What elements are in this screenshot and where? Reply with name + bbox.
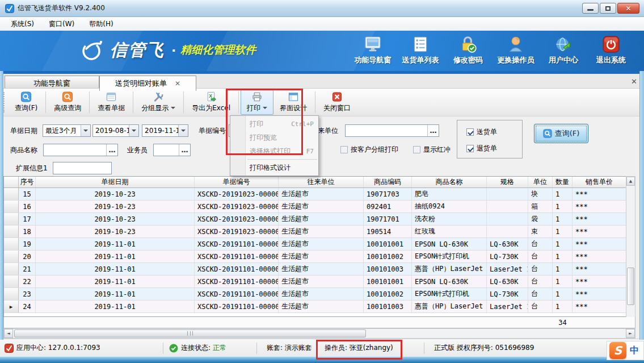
query-button[interactable]: 查询(F)	[9, 90, 44, 115]
product-input[interactable]	[44, 144, 106, 156]
date-range-select[interactable]: 最近3个月	[43, 124, 91, 137]
cell-product-name: 红玫瑰	[412, 226, 487, 237]
row-selector-cell[interactable]	[4, 213, 19, 225]
cell-customer: 生活超市	[279, 238, 364, 250]
return-checkbox[interactable]: 退货单	[466, 144, 497, 153]
table-row[interactable]: 23 2019-11-01 XSCKD-20191101-000002 生活超市…	[4, 288, 635, 301]
table-row[interactable]: 19 2019-11-01 XSCKD-20191101-000001 生活超市…	[4, 238, 635, 251]
grid-header-cell[interactable]: 规格	[487, 177, 528, 187]
delivery-checkbox[interactable]: 送货单	[466, 127, 497, 137]
grid-header-cell[interactable]: 商品编码	[364, 177, 412, 187]
view-document-button[interactable]: 查看单据	[91, 90, 131, 115]
row-selector-cell[interactable]	[4, 238, 19, 250]
grid-header-cell[interactable]: 单据日期	[36, 177, 195, 187]
cell-spec: LQ-730K	[487, 288, 528, 300]
table-row[interactable]: 15 2019-10-23 XSCKD-20191023-000003 生活超市…	[4, 188, 635, 201]
table-row[interactable]: 20 2019-11-01 XSCKD-20191101-000001 生活超市…	[4, 251, 635, 263]
table-row[interactable]: 18 2019-10-23 XSCKD-20191023-000003 生活超市…	[4, 226, 635, 238]
grid-header-cell[interactable]: 序号	[19, 177, 36, 187]
cell-product-name: EPSON针式打印机	[412, 251, 487, 262]
group-display-button[interactable]: 分组显示	[135, 90, 182, 115]
table-row[interactable]: ▶ 24 2019-11-01 XSCKD-20191101-000002 生活…	[4, 301, 635, 313]
tab-close-icon[interactable]: ✕	[175, 80, 180, 87]
table-row[interactable]: 22 2019-11-01 XSCKD-20191101-000002 生活超市…	[4, 276, 635, 288]
horizontal-scroll-thumb[interactable]	[14, 329, 366, 337]
vertical-scrollbar[interactable]: ▲ ▼	[626, 176, 635, 328]
print-button[interactable]: 打印	[241, 90, 273, 115]
ext-info-input[interactable]	[53, 162, 112, 174]
table-row[interactable]: 17 2019-10-23 XSCKD-20191023-000003 生活超市…	[4, 213, 635, 226]
banner-action-change-password[interactable]: 修改密码	[444, 35, 492, 65]
tabstrip-close-icon[interactable]: ✕	[631, 77, 637, 86]
table-row[interactable]: 21 2019-11-01 XSCKD-20191101-000001 生活超市…	[4, 263, 635, 276]
chevron-down-icon[interactable]	[171, 107, 175, 109]
combo-button[interactable]	[178, 125, 188, 136]
toolbar-label: 界面设计	[280, 103, 307, 113]
chevron-down-icon[interactable]	[263, 107, 267, 109]
horizontal-scrollbar[interactable]: ◄ ►	[3, 328, 635, 339]
sogou-ime-icon[interactable]: S	[609, 342, 626, 359]
salesman-lookup-button[interactable]: …	[179, 144, 190, 156]
row-selector-cell[interactable]	[4, 288, 19, 300]
show-red-checkbox[interactable]: 显示红冲	[413, 145, 451, 155]
tab-delivery-detail[interactable]: 送货明细对账单 ✕	[99, 76, 196, 91]
row-selector-cell[interactable]	[4, 276, 19, 287]
cell-seq: 20	[19, 251, 36, 262]
menu-system[interactable]: 系统(S)	[3, 17, 41, 31]
cell-customer: 生活超市	[279, 263, 364, 275]
cell-doc-no: XSCKD-20191023-000003	[195, 188, 279, 200]
banner-action-nav[interactable]: 功能导航窗	[349, 35, 397, 65]
close-window-button[interactable]: 关闭窗口	[317, 90, 357, 115]
close-button[interactable]: ✕	[617, 3, 639, 14]
date-to-select[interactable]: 2019-11-19	[142, 124, 188, 137]
menu-help[interactable]: 帮助(H)	[82, 17, 120, 31]
export-excel-button[interactable]: X 导出为Excel	[186, 90, 237, 115]
minimize-button[interactable]	[582, 3, 599, 14]
cell-qty: 1	[553, 301, 573, 312]
salesman-input[interactable]	[154, 144, 179, 156]
grid-header-cell[interactable]: 往来单位	[279, 177, 364, 187]
group-by-customer-checkbox[interactable]: 按客户分组打印	[340, 145, 398, 155]
cell-unit: 束	[528, 226, 553, 237]
grid-header-cell[interactable]: 商品名称	[412, 177, 487, 187]
ui-design-button[interactable]: 界面设计	[273, 90, 313, 115]
vertical-scroll-thumb[interactable]	[627, 268, 634, 305]
grid-header-cell[interactable]: 单位	[528, 177, 553, 187]
grid-header-cell[interactable]: 单据编号	[195, 177, 279, 187]
grid-header-cell[interactable]	[4, 177, 19, 187]
table-row[interactable]: 16 2019-10-23 XSCKD-20191023-000003 生活超市…	[4, 201, 635, 213]
cell-spec	[487, 213, 528, 225]
scroll-up-button[interactable]: ▲	[626, 177, 635, 186]
advanced-query-button[interactable]: 高级查询	[48, 90, 87, 115]
checkbox-icon	[413, 146, 420, 153]
date-label: 单据日期	[10, 124, 37, 137]
search-button[interactable]: 查询(F)	[534, 124, 588, 143]
banner-action-exit[interactable]: 退出系统	[587, 35, 635, 65]
row-selector-cell[interactable]	[4, 226, 19, 237]
product-lookup-button[interactable]: …	[106, 144, 117, 156]
ime-language-indicator[interactable]: 中	[630, 345, 639, 357]
banner-action-switch-operator[interactable]: 更换操作员	[492, 35, 540, 65]
banner-action-user-center[interactable]: 用户中心	[540, 35, 587, 65]
toolbar-label: 打印	[247, 103, 260, 113]
row-selector-cell[interactable]	[4, 251, 19, 262]
combo-button[interactable]	[81, 125, 90, 136]
scroll-right-button[interactable]: ►	[626, 329, 635, 338]
banner-action-delivery-list[interactable]: 送货单列表	[397, 35, 444, 65]
combo-button[interactable]	[129, 125, 138, 136]
row-selector-cell[interactable]	[4, 201, 19, 212]
scroll-left-button[interactable]: ◄	[4, 329, 13, 338]
row-selector-cell[interactable]: ▶	[4, 301, 19, 312]
customer-input[interactable]	[346, 125, 427, 136]
brand-slogan: 精细化管理软件	[180, 43, 256, 57]
grid-header-cell[interactable]: 销售单价	[573, 177, 626, 187]
grid-header-cell[interactable]: 数量	[553, 177, 573, 187]
restore-button[interactable]	[600, 3, 616, 14]
date-from-select[interactable]: 2019-08-19	[92, 124, 139, 137]
row-selector-cell[interactable]	[4, 263, 19, 275]
row-selector-cell[interactable]	[4, 188, 19, 200]
menu-window[interactable]: 窗口(W)	[41, 17, 82, 31]
banner-actions: 功能导航窗 送货单列表 修改密码 更换操作员 用户中心 退出系统	[349, 35, 635, 65]
customer-lookup-button[interactable]: …	[427, 125, 439, 136]
menu-item-print-format-design[interactable]: 打印格式设计	[230, 161, 318, 174]
